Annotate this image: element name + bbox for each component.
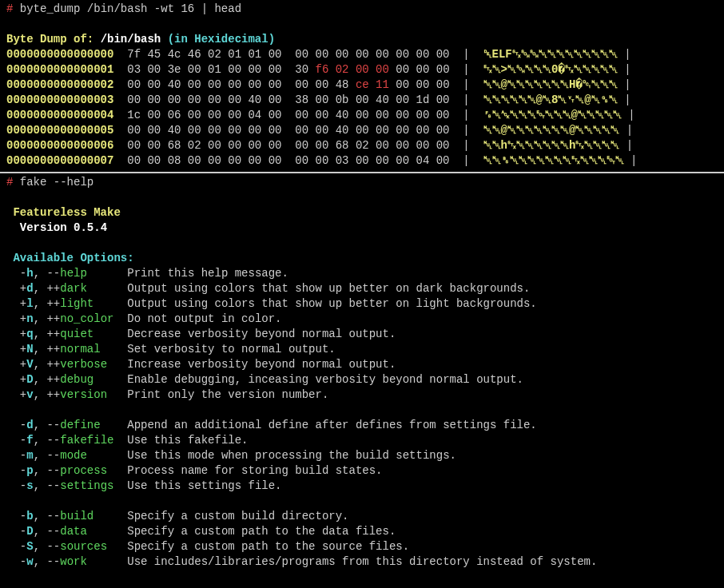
comma: ,	[34, 267, 47, 280]
comma: ,	[34, 555, 47, 568]
option-description: Output using colors that show up better …	[127, 282, 530, 295]
long-prefix: --	[46, 449, 60, 462]
hex-bytes: 7f 45 4c 46 02 01 01 00	[127, 48, 281, 61]
option-row: +d, ++dark Output using colors that show…	[6, 281, 718, 296]
short-prefix: +	[20, 373, 26, 386]
short-option: v	[26, 388, 33, 401]
version-label: Version 0.5.4	[20, 221, 107, 234]
comma: ,	[34, 312, 47, 325]
comma: ,	[34, 419, 47, 431]
comma: ,	[34, 464, 47, 477]
group-gap	[6, 403, 718, 418]
option-description: Decrease verbosity beyond normal output.	[127, 328, 396, 340]
long-option: help	[60, 267, 127, 280]
ascii-rendering: ␡ELF␂␁␁␀␀␀␀␀␀␀␀␀	[483, 48, 618, 61]
long-option: quiet	[60, 328, 127, 340]
header-path: /bin/bash	[101, 33, 161, 46]
long-option: sources	[60, 540, 127, 553]
long-prefix: --	[46, 525, 60, 538]
dump-row: 0000000000000001 03 00 3e 00 01 00 00 00…	[6, 62, 718, 77]
options-header: Available Options:	[13, 252, 133, 264]
comma: ,	[34, 282, 47, 295]
pipe: |	[631, 154, 637, 167]
option-row: +D, ++debug Enable debugging, inceasing …	[6, 372, 718, 387]
comma: ,	[34, 540, 47, 553]
comma: ,	[34, 373, 47, 386]
address: 0000000000000004	[6, 109, 113, 121]
long-prefix: --	[46, 540, 60, 553]
dump-header: Byte Dump of: /bin/bash (in Hexidecimal)	[6, 32, 718, 47]
short-option: s	[26, 479, 33, 492]
comma: ,	[34, 328, 47, 340]
comma: ,	[34, 525, 47, 538]
short-prefix: -	[20, 464, 26, 477]
comma: ,	[34, 388, 47, 401]
short-option: b	[26, 510, 33, 522]
short-option: l	[26, 297, 33, 310]
short-option: D	[26, 373, 33, 386]
hex-bytes: 00 00 40 00 00 00 00 00	[127, 78, 281, 91]
short-prefix: -	[20, 419, 26, 431]
address: 0000000000000005	[6, 124, 113, 137]
short-prefix: -	[20, 555, 26, 568]
comma: ,	[34, 434, 47, 447]
long-prefix: ++	[46, 358, 60, 371]
short-option: D	[26, 525, 33, 538]
comma: ,	[34, 479, 47, 492]
long-option: version	[60, 388, 127, 401]
short-prefix: +	[20, 297, 26, 310]
program-title-row: Featureless Make	[6, 205, 718, 220]
command-line: # fake --help	[6, 175, 718, 190]
pipe: |	[624, 78, 631, 91]
option-description: Increase verbosity beyond normal output.	[127, 358, 396, 371]
pipe: |	[463, 109, 469, 121]
option-row: +q, ++quiet Decrease verbosity beyond no…	[6, 327, 718, 342]
short-prefix: +	[20, 282, 26, 295]
ascii-rendering: ␜␀␆␀␀␀␄␀␀␀@␀␀␀␀␀	[483, 109, 622, 121]
version-row: Version 0.5.4	[6, 220, 718, 236]
long-prefix: ++	[46, 297, 60, 310]
short-prefix: +	[20, 358, 26, 371]
short-option: w	[26, 555, 33, 568]
ascii-rendering: ␀␀h␂␀␀␀␀␀␀h␂␀␀␀␀	[483, 139, 620, 152]
short-option: p	[26, 464, 33, 477]
dump-row: 0000000000000000 7f 45 4c 46 02 01 01 00…	[6, 47, 718, 62]
long-option: mode	[60, 449, 127, 462]
short-option: n	[26, 312, 33, 325]
hex-bytes: 00 00 00 00 00 00 00 00	[295, 48, 449, 61]
option-row: -h, --help Print this help message.	[6, 266, 718, 281]
pipe: |	[463, 63, 469, 76]
short-prefix: -	[20, 479, 26, 492]
dump-row: 0000000000000007 00 00 08 00 00 00 00 00…	[6, 153, 718, 169]
dump-row: 0000000000000005 00 00 40 00 00 00 00 00…	[6, 123, 718, 138]
option-row: -d, --define Append an additional define…	[6, 418, 718, 433]
pipe: |	[463, 78, 469, 91]
hex-bytes: 03 00 3e 00 01 00 00 00	[127, 63, 281, 76]
comma: ,	[34, 297, 47, 310]
option-description: Print this help message.	[127, 267, 288, 280]
dump-rows: 0000000000000000 7f 45 4c 46 02 01 01 00…	[6, 47, 718, 169]
hex-bytes: 38 00 0b 00 40 00 1d 00	[295, 93, 449, 106]
hex-bytes: 00 00 68 02 00 00 00 00	[127, 139, 281, 152]
prompt-hash: #	[6, 176, 13, 189]
hex-bytes: 00 00 48 ce 11 00 00 00	[295, 78, 449, 91]
short-prefix: -	[20, 510, 26, 522]
long-prefix: ++	[46, 343, 60, 356]
options-header-row: Available Options:	[6, 251, 718, 266]
long-prefix: --	[46, 267, 60, 280]
long-prefix: --	[46, 419, 60, 431]
option-description: Use includes/libraries/programs from thi…	[127, 555, 597, 568]
ascii-rendering: ␀␀␀␀␀␀@␀8␀␋␀@␀␝␀	[483, 93, 618, 106]
address: 0000000000000001	[6, 63, 113, 76]
short-prefix: -	[20, 449, 26, 462]
program-title: Featureless Make	[13, 206, 120, 219]
address: 0000000000000003	[6, 93, 113, 106]
short-option: q	[26, 328, 33, 340]
ascii-rendering: ␃␀>␀␁␀␀␀0�␂␀␀␀␀␀	[483, 63, 618, 76]
short-option: h	[26, 267, 33, 280]
option-description: Specify a custom build directory.	[127, 510, 348, 522]
short-option: V	[26, 358, 33, 371]
hex-bytes: 00 00 68 02 00 00 00 00	[295, 139, 449, 152]
option-row: +N, ++normal Set verbosity to normal out…	[6, 342, 718, 357]
option-row: -f, --fakefile Use this fakefile.	[6, 433, 718, 448]
